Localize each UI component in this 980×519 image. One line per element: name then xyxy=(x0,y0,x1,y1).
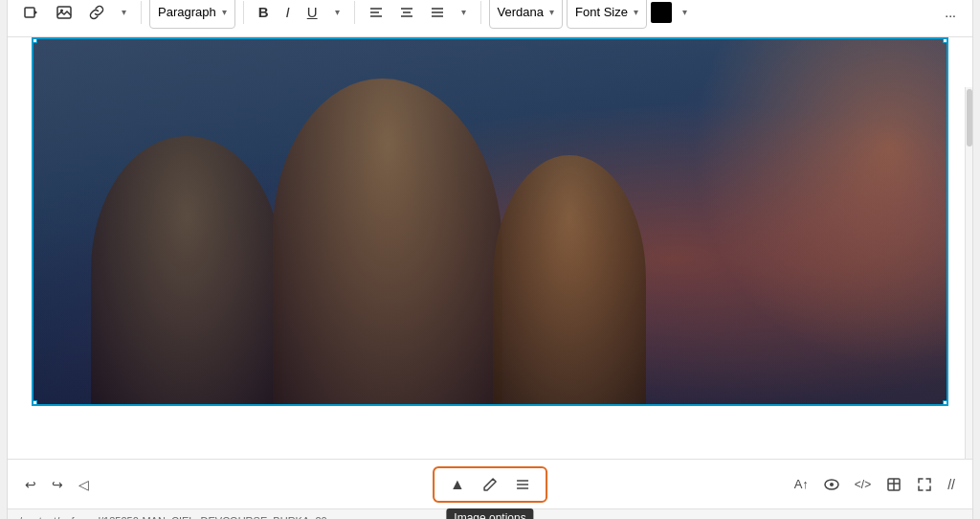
insert-dropdown-button[interactable]: ▾ xyxy=(115,0,133,29)
paragraph-chevron: ▾ xyxy=(222,7,227,17)
status-text: /content/enforced/135250-MAN_CIEL_DEVCOU… xyxy=(19,515,327,520)
divider-3 xyxy=(354,1,355,24)
source-code-button[interactable]: </> xyxy=(849,474,877,495)
person-silhouette-3 xyxy=(493,155,646,404)
image-list-button[interactable] xyxy=(509,473,536,496)
redo-button[interactable]: ↪ xyxy=(46,473,69,496)
resize-handle-bl[interactable] xyxy=(32,400,37,406)
bold-button[interactable]: B xyxy=(252,0,276,29)
editor-image[interactable] xyxy=(32,37,948,406)
font-label: Verdana xyxy=(498,5,544,19)
image-options-tooltip: Image options xyxy=(446,508,533,520)
insert-link-button[interactable] xyxy=(82,0,111,29)
font-size-select[interactable]: Font Size ▾ xyxy=(567,0,647,29)
svg-point-17 xyxy=(830,483,834,486)
table-button[interactable] xyxy=(880,473,907,496)
toolbar: ▾ Paragraph ▾ B I U ▾ xyxy=(8,0,972,37)
image-pin-button[interactable]: ▲ xyxy=(444,472,471,497)
slash-button[interactable]: // xyxy=(942,473,961,496)
bottom-toolbar: ↩ ↪ ◁ ▲ Image options A↑ </> xyxy=(8,459,972,508)
italic-button[interactable]: I xyxy=(279,0,297,29)
font-size-chevron: ▾ xyxy=(634,7,638,17)
format-dropdown-button[interactable]: ▾ xyxy=(328,0,346,29)
scrollbar[interactable] xyxy=(965,87,972,459)
svg-rect-0 xyxy=(25,8,34,17)
scrollbar-thumb[interactable] xyxy=(967,89,972,147)
font-chevron: ▾ xyxy=(549,7,554,17)
light-overlay xyxy=(659,39,947,404)
font-select[interactable]: Verdana ▾ xyxy=(489,0,563,29)
image-edit-button[interactable] xyxy=(477,473,503,496)
align-dropdown-button[interactable]: ▾ xyxy=(455,0,473,29)
arrow-button[interactable]: ◁ xyxy=(73,473,95,496)
color-dropdown-button[interactable]: ▾ xyxy=(676,0,694,29)
divider-4 xyxy=(480,1,481,24)
content-area xyxy=(8,37,972,459)
image-options-toolbar: ▲ Image options xyxy=(433,466,547,503)
undo-button[interactable]: ↩ xyxy=(19,473,42,496)
svg-marker-1 xyxy=(34,10,37,14)
insert-video-button[interactable] xyxy=(17,0,46,29)
preview-button[interactable] xyxy=(818,473,845,496)
underline-button[interactable]: U xyxy=(301,0,324,29)
divider-2 xyxy=(243,1,244,24)
more-options-button[interactable]: ... xyxy=(938,0,963,29)
bottom-right-buttons: A↑ </> // xyxy=(789,473,961,496)
insert-image-button[interactable] xyxy=(50,0,78,29)
person-silhouette-1 xyxy=(91,136,282,404)
align-center-button[interactable] xyxy=(393,0,420,29)
fullscreen-button[interactable] xyxy=(911,473,938,496)
align-left-button[interactable] xyxy=(363,0,390,29)
color-swatch[interactable] xyxy=(651,2,672,23)
resize-handle-tl[interactable] xyxy=(32,37,37,43)
editor-container: ▾ Paragraph ▾ B I U ▾ xyxy=(7,0,973,519)
text-size-button[interactable]: A↑ xyxy=(789,473,814,495)
image-options-group: ▲ Image options xyxy=(433,466,547,503)
resize-handle-br[interactable] xyxy=(943,400,948,406)
paragraph-label: Paragraph xyxy=(158,5,216,19)
bottom-left-buttons: ↩ ↪ ◁ xyxy=(19,473,95,496)
divider-1 xyxy=(141,1,142,24)
align-justify-button[interactable] xyxy=(424,0,451,29)
font-size-label: Font Size xyxy=(575,5,628,19)
resize-handle-tr[interactable] xyxy=(943,37,948,43)
paragraph-select[interactable]: Paragraph ▾ xyxy=(149,0,235,29)
